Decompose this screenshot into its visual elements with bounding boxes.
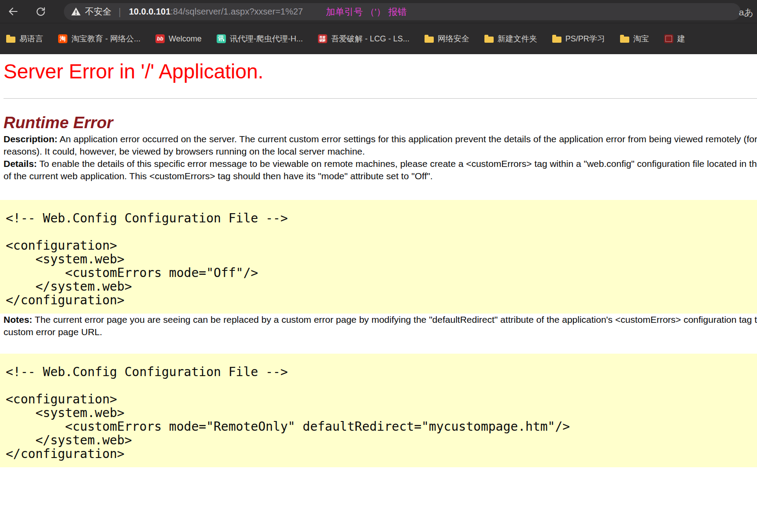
bookmark-item[interactable]: 网络安全: [425, 33, 469, 44]
bookmark-label: 建: [677, 33, 685, 44]
notes-line1: The current error page you are seeing ca…: [32, 314, 757, 325]
page-url[interactable]: 10.0.0.101:84/sqlserver/1.aspx?xxser=1%2…: [129, 7, 303, 17]
back-arrow-icon: [7, 6, 19, 17]
bookmark-item[interactable]: 易语言: [6, 33, 43, 44]
bookmark-item[interactable]: PS/PR学习: [552, 33, 605, 44]
description-line2: reasons). It could, however, be viewed b…: [4, 145, 757, 158]
description-paragraph: Description: An application error occurr…: [4, 133, 757, 158]
refresh-icon: [35, 6, 46, 17]
folder-icon: [484, 37, 494, 43]
bookmark-item[interactable]: 讯 讯代理-爬虫代理-H...: [217, 33, 303, 44]
url-host: 10.0.0.101: [129, 7, 171, 16]
bookmark-item[interactable]: 建: [664, 33, 685, 44]
bookmark-label: 网络安全: [438, 33, 469, 44]
page-title: Server Error in '/' Application.: [4, 59, 757, 83]
bookmark-label: 易语言: [19, 33, 43, 44]
details-label: Details:: [4, 159, 37, 169]
folder-icon: [6, 37, 15, 43]
bookmark-item[interactable]: 淘 淘宝教育 - 网络公...: [58, 33, 140, 44]
security-label: 不安全: [85, 6, 111, 18]
bookmark-label: 吾爱破解 - LCG - LS...: [331, 33, 410, 44]
seal-icon: [664, 34, 673, 43]
bookmark-label: PS/PR学习: [565, 33, 605, 44]
folder-icon: [425, 37, 434, 43]
refresh-button[interactable]: [32, 3, 49, 20]
error-page: Server Error in '/' Application. Runtime…: [0, 59, 757, 532]
back-button[interactable]: [4, 3, 22, 20]
url-path: :84/sqlserver/1.aspx?xxser=1%27: [170, 7, 303, 16]
bookmark-item[interactable]: 新建文件夹: [484, 33, 537, 44]
bookmarks-bar: 易语言 淘 淘宝教育 - 网络公... bb Welcome 讯 讯代理-爬虫代…: [0, 23, 757, 54]
52pj-icon: 吾爱 破解: [318, 34, 327, 43]
xun-icon: 讯: [217, 34, 226, 43]
config-code-block-1: <!-- Web.Config Configuration File --> <…: [0, 200, 757, 314]
bookmark-label: 淘宝: [633, 33, 649, 44]
notes-line2: custom error page URL.: [4, 326, 757, 338]
browser-chrome: 不安全 | 10.0.0.101:84/sqlserver/1.aspx?xxs…: [0, 0, 757, 54]
description-line1: An application error occurred on the ser…: [58, 134, 757, 144]
folder-icon: [620, 37, 629, 43]
taobao-icon: 淘: [58, 34, 67, 43]
notes-label: Notes:: [4, 314, 32, 325]
address-bar[interactable]: 不安全 | 10.0.0.101:84/sqlserver/1.aspx?xxs…: [64, 3, 741, 20]
url-annotation: 加单引号 （'） 报错: [326, 6, 407, 18]
bookmark-item[interactable]: 吾爱 破解 吾爱破解 - LCG - LS...: [318, 33, 410, 44]
bookmark-label: Welcome: [169, 34, 202, 44]
bookmark-item[interactable]: bb Welcome: [155, 34, 202, 44]
bookmark-label: 新建文件夹: [498, 33, 537, 44]
details-line2: of the current web application. This <cu…: [4, 170, 757, 182]
bb-icon: bb: [155, 34, 165, 43]
config-code-block-2: <!-- Web.Config Configuration File --> <…: [0, 354, 757, 467]
details-paragraph: Details: To enable the details of this s…: [4, 158, 757, 182]
bookmark-label: 讯代理-爬虫代理-H...: [230, 33, 303, 44]
divider-rule: [4, 98, 757, 99]
translate-icon[interactable]: aあ: [739, 6, 753, 18]
browser-toolbar: 不安全 | 10.0.0.101:84/sqlserver/1.aspx?xxs…: [0, 0, 757, 23]
error-subtitle: Runtime Error: [4, 113, 757, 133]
bookmark-item[interactable]: 淘宝: [620, 33, 649, 44]
bookmark-label: 淘宝教育 - 网络公...: [71, 33, 140, 44]
security-warning-icon: [71, 7, 81, 16]
description-label: Description:: [4, 134, 58, 144]
notes-paragraph: Notes: The current error page you are se…: [4, 314, 757, 338]
details-line1: To enable the details of this specific e…: [37, 159, 757, 169]
url-separator: |: [118, 6, 121, 18]
folder-icon: [552, 37, 561, 43]
